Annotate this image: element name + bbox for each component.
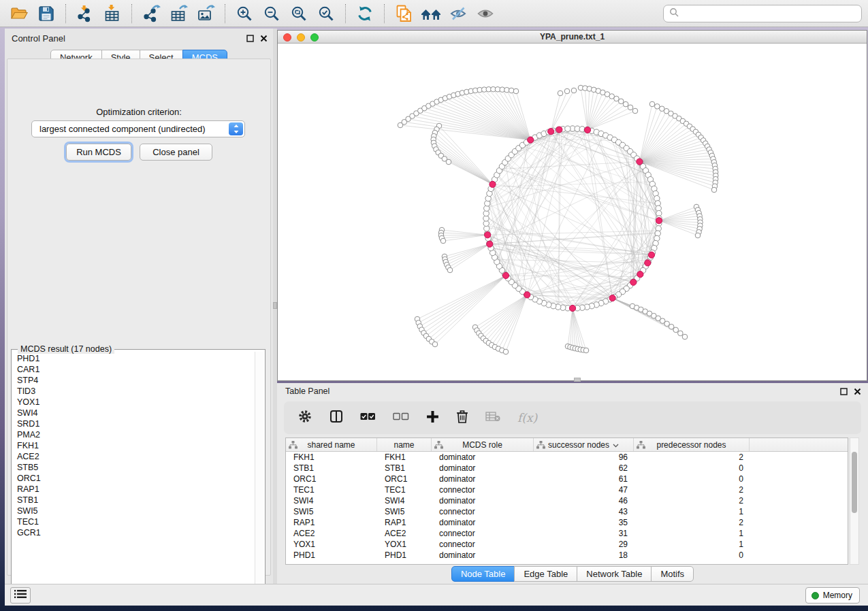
search-input[interactable] <box>683 9 861 19</box>
column-header-shared_name[interactable]: shared name <box>286 438 377 451</box>
function-builder-icon: f(x) <box>517 411 537 425</box>
tab-node-table[interactable]: Node Table <box>451 566 515 582</box>
column-header-name[interactable]: name <box>377 438 432 451</box>
mcds-result-item[interactable]: TID3 <box>12 386 254 397</box>
select-all-icon[interactable] <box>360 412 376 424</box>
cell-successor_nodes: 96 <box>534 452 634 463</box>
cell-successor_nodes: 62 <box>534 463 634 474</box>
add-column-icon[interactable] <box>426 410 439 426</box>
mcds-result-item[interactable]: TEC1 <box>12 516 254 527</box>
mcds-result-item[interactable]: CAR1 <box>12 364 254 375</box>
cell-predecessor_nodes: 2 <box>634 517 750 528</box>
criterion-select[interactable]: largest connected component (undirected) <box>31 120 245 137</box>
cell-mcds_role: connector <box>432 484 534 495</box>
zoom-out-icon[interactable] <box>260 2 283 25</box>
network-table-splitter[interactable] <box>574 378 581 382</box>
cell-mcds_role: connector <box>432 539 534 550</box>
cell-predecessor_nodes: 0 <box>634 550 750 561</box>
table-row[interactable]: STB1STB1dominator620 <box>286 463 848 474</box>
tab-edge-table[interactable]: Edge Table <box>514 566 577 582</box>
table-row[interactable]: SWI5SWI5connector431 <box>286 506 848 517</box>
table-scrollbar[interactable] <box>850 437 859 565</box>
table-scrollbar-thumb[interactable] <box>852 452 857 513</box>
search-box[interactable] <box>663 5 862 22</box>
first-neighbors-icon[interactable] <box>419 2 443 25</box>
float-table-panel-icon[interactable] <box>840 386 848 398</box>
cell-shared_name: TEC1 <box>286 484 377 495</box>
criterion-label: Optimization criterion: <box>7 107 270 117</box>
cell-shared_name: FKH1 <box>286 452 377 463</box>
mcds-result-item[interactable]: STB1 <box>12 495 254 506</box>
close-table-panel-icon[interactable] <box>854 386 861 398</box>
sort-chevron-icon <box>613 440 619 450</box>
network-graph[interactable] <box>278 44 867 380</box>
mcds-result-item[interactable]: ORC1 <box>12 473 254 484</box>
close-panel-icon[interactable] <box>260 33 268 45</box>
mcds-result-item[interactable]: PHD1 <box>12 353 254 364</box>
refresh-icon[interactable] <box>353 2 376 25</box>
memory-button[interactable]: Memory <box>805 587 860 604</box>
column-header-mcds_role[interactable]: MCDS role <box>432 438 534 451</box>
table-row[interactable]: YOX1YOX1connector291 <box>286 539 848 550</box>
network-canvas[interactable] <box>278 44 867 380</box>
float-panel-icon[interactable] <box>246 33 254 45</box>
table-row[interactable]: SWI4SWI4dominator462 <box>286 495 848 506</box>
zoom-selected-icon[interactable] <box>315 2 338 25</box>
mcds-list-scrollbar[interactable] <box>255 352 264 601</box>
column-header-successor_nodes[interactable]: successor nodes <box>534 438 634 451</box>
duplicate-network-icon[interactable] <box>392 2 415 25</box>
mcds-result-item[interactable]: FKH1 <box>12 440 254 451</box>
network-window-titlebar[interactable]: YPA_prune.txt_1 <box>278 31 867 44</box>
column-header-predecessor_nodes[interactable]: predecessor nodes <box>634 438 750 451</box>
cell-mcds_role: dominator <box>432 517 534 528</box>
save-icon[interactable] <box>35 2 58 25</box>
cell-shared_name: SWI4 <box>286 495 377 506</box>
export-table-icon[interactable] <box>167 2 190 25</box>
zoom-fit-icon[interactable] <box>287 2 310 25</box>
table-row[interactable]: ORC1ORC1dominator610 <box>286 474 848 484</box>
import-network-icon[interactable] <box>74 2 97 25</box>
export-image-icon[interactable] <box>194 2 217 25</box>
run-mcds-button[interactable]: Run MCDS <box>66 144 131 161</box>
zoom-in-icon[interactable] <box>233 2 256 25</box>
network-title: YPA_prune.txt_1 <box>278 32 867 42</box>
mcds-result-item[interactable]: SWI5 <box>12 506 254 516</box>
mcds-result-item[interactable]: SWI4 <box>12 408 254 418</box>
main-toolbar <box>0 0 868 27</box>
show-all-icon[interactable] <box>474 2 497 25</box>
table-row[interactable]: FKH1FKH1dominator962 <box>286 452 848 463</box>
table-panel: Table Panel f(x) shared namenameMCDS rol… <box>277 383 868 584</box>
mcds-result-item[interactable]: STB5 <box>12 462 254 473</box>
mcds-result-item[interactable]: SRD1 <box>12 418 254 429</box>
table-row[interactable]: RAP1RAP1dominator352 <box>286 517 848 528</box>
mcds-result-item[interactable]: RAP1 <box>12 484 254 495</box>
cell-shared_name: SWI5 <box>286 506 377 517</box>
table-row[interactable]: ACE2ACE2connector311 <box>286 528 848 539</box>
mcds-result-item[interactable]: GCR1 <box>12 527 254 538</box>
cell-shared_name: YOX1 <box>286 539 377 550</box>
mcds-result-item[interactable]: PMA2 <box>12 429 254 440</box>
mcds-result-item[interactable]: ACE2 <box>12 451 254 462</box>
table-settings-gear-icon[interactable] <box>298 409 312 427</box>
hide-selected-icon[interactable] <box>447 2 470 25</box>
cell-shared_name: ORC1 <box>286 474 377 484</box>
export-network-icon[interactable] <box>140 2 163 25</box>
close-panel-button[interactable]: Close panel <box>140 144 212 161</box>
table-row[interactable]: TEC1TEC1connector472 <box>286 484 848 495</box>
task-history-button[interactable] <box>10 587 31 604</box>
cell-mcds_role: connector <box>432 528 534 539</box>
cell-name: PHD1 <box>377 550 432 561</box>
tab-network-table[interactable]: Network Table <box>577 566 652 582</box>
delete-column-icon[interactable] <box>456 410 468 427</box>
mcds-result-item[interactable]: YOX1 <box>12 397 254 408</box>
tab-motifs[interactable]: Motifs <box>651 566 694 582</box>
show-columns-icon[interactable] <box>329 410 343 426</box>
import-table-icon[interactable] <box>101 2 124 25</box>
mcds-result-item[interactable]: STP4 <box>12 375 254 386</box>
open-folder-icon[interactable] <box>7 2 31 25</box>
cell-mcds_role: dominator <box>432 550 534 561</box>
column-type-icon <box>637 441 645 451</box>
deselect-all-icon[interactable] <box>393 412 409 424</box>
cell-successor_nodes: 35 <box>534 517 634 528</box>
table-row[interactable]: PHD1PHD1dominator180 <box>286 550 848 561</box>
